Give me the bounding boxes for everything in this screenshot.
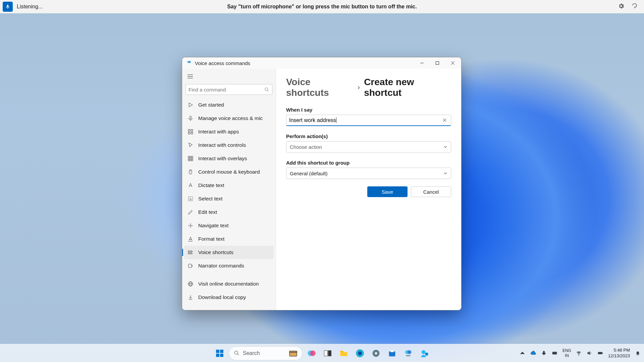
start-button[interactable]: [213, 346, 227, 360]
svg-rect-33: [188, 253, 192, 254]
taskbar-edge[interactable]: [353, 346, 367, 360]
voice-settings-button[interactable]: [618, 3, 625, 11]
nav-interact-apps[interactable]: Interact with apps: [184, 125, 274, 138]
nav-select-text[interactable]: A Select text: [184, 192, 274, 205]
nav-navigate-text[interactable]: Navigate text: [184, 219, 274, 232]
task-view-icon: [323, 349, 332, 358]
nav-online-docs[interactable]: Visit online documentation: [184, 277, 274, 291]
tray-language[interactable]: ENG IN: [562, 348, 571, 358]
text-cursor: [336, 117, 336, 123]
copilot-icon: [307, 349, 316, 358]
nav-label: Interact with controls: [198, 142, 246, 148]
cancel-button[interactable]: Cancel: [411, 186, 451, 197]
chevron-right-icon: ›: [358, 83, 360, 92]
gear-icon: [618, 3, 625, 9]
minimize-icon: [420, 61, 424, 65]
nav-toggle-button[interactable]: [184, 71, 196, 82]
svg-line-49: [237, 354, 239, 355]
taskbar-explorer[interactable]: [337, 346, 351, 360]
dictate-icon: [187, 182, 194, 188]
nav-narrator-commands[interactable]: Narrator commands: [184, 259, 274, 273]
svg-rect-46: [216, 354, 219, 357]
page-title: Create new shortcut: [364, 77, 451, 98]
nav-get-started[interactable]: Get started: [184, 98, 274, 112]
tray-notifications[interactable]: [635, 350, 641, 356]
search-icon: [264, 87, 269, 92]
svg-line-10: [267, 90, 269, 92]
app-icon: [186, 60, 192, 66]
tray-mic[interactable]: [541, 350, 547, 356]
tray-clock[interactable]: 5:48 PM 12/13/2023: [608, 348, 630, 359]
nav-download-copy[interactable]: Download local copy: [184, 291, 274, 304]
cloud-icon: [530, 350, 536, 356]
svg-point-64: [408, 350, 412, 354]
taskbar-store[interactable]: [385, 346, 399, 360]
svg-rect-12: [190, 116, 192, 119]
svg-point-48: [234, 351, 238, 354]
voice-access-bar: Listening... Say "turn off microphone" o…: [0, 0, 644, 13]
close-button[interactable]: [445, 57, 461, 69]
nav-interact-controls[interactable]: Interact with controls: [184, 138, 274, 152]
nav-label: Navigate text: [198, 223, 228, 229]
nav-label: Control mouse & keyboard: [198, 169, 260, 175]
save-button[interactable]: Save: [367, 186, 408, 197]
taskbar-copilot[interactable]: [305, 346, 319, 360]
mouse-icon: [187, 169, 194, 175]
when-i-say-field[interactable]: Insert work address: [286, 115, 451, 126]
choose-action-select[interactable]: Choose action: [286, 141, 451, 153]
edge-icon: [355, 349, 365, 358]
clock-date: 12/13/2023: [608, 353, 630, 359]
group-value: General (default): [290, 171, 328, 176]
nav-manage-mic[interactable]: Manage voice access & mic: [184, 112, 274, 125]
shortcuts-icon: [187, 249, 194, 255]
taskbar-voice-access[interactable]: [401, 346, 415, 360]
taskbar-search[interactable]: Search: [229, 346, 303, 360]
svg-rect-51: [289, 351, 297, 352]
clear-input-button[interactable]: [441, 117, 448, 124]
feedback-icon: [420, 349, 429, 358]
tray-battery[interactable]: [597, 350, 603, 356]
minimize-button[interactable]: [414, 57, 430, 69]
tray-wifi[interactable]: [576, 350, 582, 356]
format-icon: [187, 236, 194, 242]
taskbar-feedback[interactable]: [417, 346, 431, 360]
taskbar-task-view[interactable]: [321, 346, 335, 360]
nav-label: Edit text: [198, 209, 217, 215]
when-i-say-value: Insert work address: [289, 117, 336, 123]
tray-volume[interactable]: [587, 350, 593, 356]
when-i-say-label: When I say: [286, 107, 451, 113]
tray-input-indicator[interactable]: [552, 350, 558, 356]
folder-icon: [339, 349, 348, 358]
nav-voice-shortcuts[interactable]: Voice shortcuts: [184, 246, 274, 259]
nav-interact-overlays[interactable]: Interact with overlays: [184, 152, 274, 165]
svg-rect-3: [436, 62, 439, 65]
taskbar: Search ENG IN 5:48 PM: [0, 344, 644, 362]
nav-mouse-keyboard[interactable]: Control mouse & keyboard: [184, 165, 274, 179]
svg-point-60: [375, 352, 377, 354]
tray-onedrive[interactable]: [530, 350, 536, 356]
titlebar[interactable]: Voice access commands: [182, 57, 461, 69]
globe-icon: [187, 281, 194, 287]
taskbar-settings[interactable]: [369, 346, 383, 360]
lang-primary: ENG: [562, 348, 571, 353]
mic-toggle-button[interactable]: [3, 2, 13, 12]
breadcrumb-link[interactable]: Voice shortcuts: [286, 77, 354, 98]
group-label: Add this shortcut to group: [286, 160, 451, 166]
command-search[interactable]: [185, 84, 272, 95]
voice-help-button[interactable]: [631, 3, 638, 11]
svg-rect-65: [406, 355, 411, 356]
download-icon: [187, 294, 194, 300]
select-text-icon: A: [187, 196, 194, 202]
maximize-button[interactable]: [430, 57, 445, 69]
tray-overflow[interactable]: [520, 350, 526, 356]
svg-rect-32: [188, 251, 192, 252]
svg-point-76: [579, 355, 579, 355]
nav-dictate-text[interactable]: Dictate text: [184, 179, 274, 192]
store-icon: [387, 349, 397, 358]
nav-format-text[interactable]: Format text: [184, 232, 274, 246]
sidebar: Get started Manage voice access & mic In…: [182, 69, 276, 310]
command-search-input[interactable]: [189, 87, 264, 93]
nav-edit-text[interactable]: Edit text: [184, 205, 274, 219]
group-select[interactable]: General (default): [286, 168, 451, 179]
breadcrumb: Voice shortcuts › Create new shortcut: [286, 77, 451, 98]
